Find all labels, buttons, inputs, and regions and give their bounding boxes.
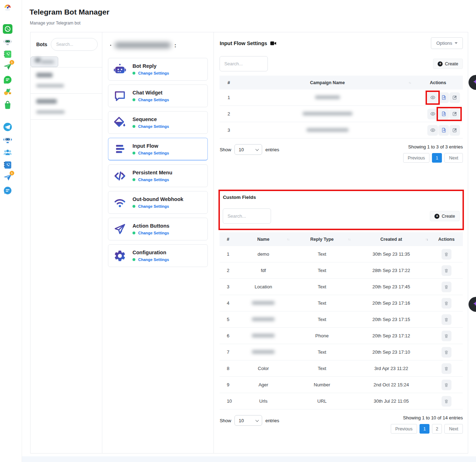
- field-name-redacted: [252, 301, 275, 305]
- page-number-button[interactable]: 1: [432, 153, 442, 163]
- robot-green-icon[interactable]: [3, 37, 12, 47]
- shop-bag-icon[interactable]: [3, 100, 12, 110]
- card-outbound-webhook[interactable]: Out-bound Webhook Change Settings: [108, 191, 208, 214]
- created-at: 3rd Apr 23 11:22: [352, 366, 430, 371]
- telegram-icon[interactable]: [3, 122, 12, 132]
- ai-assistant-fab[interactable]: [469, 297, 476, 312]
- bot-list-item[interactable]: [31, 56, 58, 67]
- integrations-icon[interactable]: [3, 87, 12, 97]
- delete-button[interactable]: [442, 331, 451, 341]
- flow-create-button[interactable]: Create: [433, 59, 463, 69]
- col-header-created-at[interactable]: Created at↑↓: [352, 237, 430, 242]
- card-action-buttons[interactable]: Action Buttons Change Settings: [108, 218, 208, 240]
- bot-list-item[interactable]: [31, 93, 102, 120]
- sort-desc-icon[interactable]: ↑↓: [425, 238, 428, 241]
- chat-green-icon[interactable]: [3, 75, 12, 85]
- broadcast-green-icon[interactable]: 1: [3, 62, 12, 71]
- change-settings-link[interactable]: Change Settings: [138, 257, 169, 262]
- page-size-select[interactable]: 10: [234, 415, 262, 426]
- row-num: 2: [220, 268, 235, 273]
- dashboard-gauge-icon[interactable]: [3, 2, 12, 12]
- change-settings-link[interactable]: Change Settings: [138, 98, 169, 102]
- ai-assistant-fab[interactable]: [469, 75, 476, 90]
- change-settings-link[interactable]: Change Settings: [138, 71, 169, 75]
- sort-icon[interactable]: ↑↓: [287, 238, 289, 241]
- col-header-actions: Actions: [430, 237, 463, 242]
- col-header-name[interactable]: Name↑↓: [235, 237, 291, 242]
- sort-icon[interactable]: ↑↓: [348, 238, 350, 241]
- page-number-button[interactable]: 1: [420, 424, 429, 434]
- robot-blue-icon[interactable]: [3, 135, 12, 145]
- audience-users-icon[interactable]: [3, 148, 12, 157]
- card-configuration[interactable]: Configuration Change Settings: [108, 244, 208, 267]
- bots-search-input[interactable]: [51, 38, 98, 51]
- col-header-campaign-name[interactable]: Campaign Name ↑↓: [242, 80, 413, 85]
- delete-button[interactable]: [442, 314, 451, 325]
- delete-button[interactable]: [442, 347, 451, 358]
- delete-button[interactable]: [442, 282, 451, 292]
- broadcast-blue-icon[interactable]: 1: [3, 173, 12, 182]
- persistent-menu-icon: [113, 169, 126, 183]
- sort-icon[interactable]: ↑↓: [409, 81, 411, 85]
- card-chat-widget[interactable]: Chat Widget Change Settings: [108, 85, 208, 107]
- created-at: 28th Sep 23 17:22: [352, 268, 430, 273]
- contacts-book-blue-icon[interactable]: [3, 160, 12, 170]
- created-at: 20th Sep 23 17:12: [352, 333, 430, 338]
- whatsapp-icon[interactable]: [3, 24, 12, 34]
- custom-fields-title: Custom Fields: [223, 195, 460, 200]
- reply-type: Text: [291, 317, 352, 322]
- export-button[interactable]: [438, 109, 449, 119]
- change-settings-link[interactable]: Change Settings: [138, 151, 169, 155]
- previous-page-button[interactable]: Previous: [391, 424, 417, 434]
- col-header-num[interactable]: #: [220, 80, 242, 85]
- previous-page-button[interactable]: Previous: [403, 153, 430, 163]
- col-header-num[interactable]: #: [220, 237, 235, 242]
- view-button[interactable]: [427, 109, 438, 119]
- delete-button[interactable]: [442, 363, 451, 374]
- edit-button[interactable]: [449, 92, 460, 103]
- card-sequence[interactable]: Sequence Change Settings: [108, 111, 208, 134]
- edit-button[interactable]: [449, 125, 460, 136]
- change-settings-link[interactable]: Change Settings: [138, 124, 169, 129]
- view-button[interactable]: [427, 92, 438, 103]
- page-number-button[interactable]: 2: [432, 424, 442, 434]
- chevron-down-icon: [255, 418, 259, 422]
- export-button[interactable]: [438, 92, 449, 103]
- custom-fields-create-button[interactable]: Create: [430, 211, 460, 221]
- delete-button[interactable]: [442, 298, 451, 309]
- video-tutorial-icon[interactable]: [270, 41, 276, 46]
- custom-field-row: 2 fdf Text 28th Sep 23 17:22: [220, 262, 463, 279]
- action-buttons-icon: [113, 223, 126, 236]
- next-page-button[interactable]: Next: [444, 424, 463, 434]
- custom-fields-search-input[interactable]: [223, 208, 271, 224]
- settings-menu: : Bot Reply Change Settings Chat Widget …: [102, 32, 214, 453]
- col-header-reply-type[interactable]: Reply Type↑↓: [291, 237, 352, 242]
- delete-button[interactable]: [442, 380, 451, 390]
- options-button[interactable]: Options: [431, 37, 463, 49]
- change-settings-link[interactable]: Change Settings: [138, 178, 169, 182]
- card-bot-reply[interactable]: Bot Reply Change Settings: [108, 58, 208, 81]
- delete-button[interactable]: [442, 265, 451, 276]
- page-size-select[interactable]: 10: [234, 144, 262, 155]
- edit-button[interactable]: [449, 109, 460, 119]
- contacts-book-green-icon[interactable]: [3, 49, 12, 59]
- chat-blue-icon[interactable]: [3, 186, 12, 195]
- view-button[interactable]: [427, 125, 438, 136]
- bot-name-redacted: [36, 73, 53, 77]
- custom-fields-annotated-region: Custom Fields Create: [218, 190, 464, 230]
- custom-field-row: 5 Text 20th Sep 23 17:15: [220, 311, 463, 328]
- change-settings-link[interactable]: Change Settings: [138, 231, 169, 235]
- app-icon-rail: 1 1: [0, 0, 22, 462]
- card-persistent-menu[interactable]: Persistent Menu Change Settings: [108, 164, 208, 187]
- delete-button[interactable]: [442, 249, 451, 260]
- status-dot: [132, 205, 135, 208]
- reply-type: Text: [291, 284, 352, 289]
- export-button[interactable]: [438, 125, 449, 136]
- next-page-button[interactable]: Next: [444, 153, 463, 163]
- flow-search-input[interactable]: [220, 56, 268, 71]
- change-settings-link[interactable]: Change Settings: [138, 204, 169, 208]
- delete-button[interactable]: [442, 396, 451, 407]
- bot-list-item[interactable]: [31, 67, 102, 93]
- custom-field-row: 10 Urls URL 30th Jul 22 11:05: [220, 393, 463, 409]
- card-input-flow[interactable]: Input Flow Change Settings: [108, 138, 208, 161]
